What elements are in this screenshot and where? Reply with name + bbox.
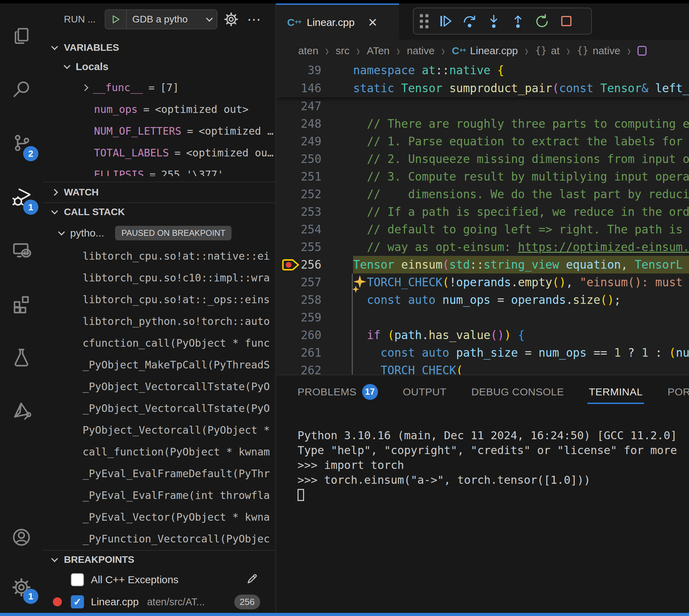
close-icon[interactable]: ✕ <box>368 16 378 29</box>
watch-section-header[interactable]: WATCH <box>43 182 275 202</box>
breakpoints-section-header[interactable]: BREAKPOINTS <box>43 551 275 569</box>
line-gutter[interactable]: 255 <box>276 238 353 256</box>
panel-tab-terminal[interactable]: TERMINAL <box>589 375 643 408</box>
line-gutter[interactable]: 257 <box>276 273 353 291</box>
activity-item-search[interactable] <box>0 63 43 117</box>
stack-frame[interactable]: _PyEval_EvalFrame(int throwfla <box>43 484 275 506</box>
line-gutter[interactable]: 249 <box>276 133 353 150</box>
breadcrumb-item[interactable]: {}native <box>577 45 621 57</box>
line-gutter[interactable]: 251 <box>276 168 353 185</box>
stack-frame[interactable]: cfunction_call(PyObject * func <box>43 332 275 354</box>
breakpoint-row[interactable]: ✓Linear.cppaten/src/AT...256 <box>43 591 275 613</box>
stack-frame[interactable]: _PyEval_EvalFrameDefault(PyThr <box>43 463 275 484</box>
code-line-255[interactable]: 255 // way as opt-einsum: https://optimi… <box>276 238 689 256</box>
variable-row[interactable]: TOTAL_LABELS=<optimized ou… <box>43 142 275 164</box>
variable-row[interactable]: ELLIPSIS=255 '\377' <box>43 164 275 176</box>
code-line-262[interactable]: 262 TORCH_CHECK( <box>276 362 689 375</box>
activity-item-accounts[interactable] <box>0 513 43 563</box>
pencil-icon[interactable] <box>246 572 259 588</box>
continue-icon[interactable] <box>435 10 456 32</box>
panel-tab-problems[interactable]: PROBLEMS17 <box>298 375 378 408</box>
line-gutter[interactable]: 262 <box>276 362 353 375</box>
line-gutter[interactable]: 250 <box>276 150 353 168</box>
line-gutter[interactable]: 252 <box>276 185 353 203</box>
checkbox-unchecked[interactable] <box>71 573 84 586</box>
code-line-257[interactable]: 257 TORCH_CHECK(!operands.empty(), "eins… <box>276 273 689 291</box>
call-stack-section-header[interactable]: CALL STACK <box>43 203 275 221</box>
code-line-258[interactable]: 258 const auto num_ops = operands.size()… <box>276 291 689 309</box>
code-line-259[interactable]: 259 <box>276 309 689 326</box>
launch-config-dropdown[interactable]: GDB a pytho <box>105 9 217 29</box>
code-line-253[interactable]: 253 // If a path is specified, we reduce… <box>276 203 689 221</box>
code-line-250[interactable]: 250 // 2. Unsqueeze missing dimensions f… <box>276 150 689 168</box>
checkbox-checked[interactable]: ✓ <box>71 595 84 608</box>
breadcrumb-item[interactable]: {}at <box>535 45 560 57</box>
restart-icon[interactable] <box>531 10 553 32</box>
gear-icon[interactable] <box>224 12 239 27</box>
variable-row[interactable]: NUM_OF_LETTERS=<optimized … <box>43 120 275 142</box>
tab-linear-cpp[interactable]: C++ Linear.cpp ✕ <box>276 3 399 40</box>
stack-frame[interactable]: _PyObject_MakeTpCall(PyThreadS <box>43 354 275 376</box>
variables-section-header[interactable]: VARIABLES <box>43 39 275 57</box>
stack-frame[interactable]: _PyFunction_Vectorcall(PyObjec <box>43 528 275 550</box>
copilot-sparkle-icon[interactable] <box>350 274 368 295</box>
locals-scope-row[interactable]: Locals <box>43 57 275 77</box>
breadcrumb-item[interactable]: aten <box>298 45 318 57</box>
activity-item-source-control[interactable]: 2 <box>0 117 43 170</box>
code-line-252[interactable]: 252 // dimensions. We do the last part b… <box>276 185 689 203</box>
line-gutter[interactable]: 260 <box>276 326 353 344</box>
activity-item-run-and-debug[interactable]: 1 <box>0 170 43 224</box>
panel-tab-output[interactable]: OUTPUT <box>403 375 446 408</box>
activity-item-testing[interactable] <box>0 331 43 384</box>
line-gutter[interactable]: 248 <box>276 115 353 133</box>
code-line-248[interactable]: 248 // There are roughly three parts to … <box>276 115 689 133</box>
line-gutter[interactable]: 259 <box>276 309 353 326</box>
line-gutter[interactable]: 261 <box>276 344 353 362</box>
code-line-254[interactable]: 254 // default to going left => right. T… <box>276 221 689 238</box>
breakpoint-row[interactable]: All C++ Exceptions <box>43 569 275 591</box>
code-line-39[interactable]: 39namespace at::native { <box>276 61 689 79</box>
stack-frame[interactable]: call_function(PyObject * kwnam <box>43 441 275 463</box>
terminal-output[interactable]: Python 3.10.16 (main, Dec 11 2024, 16:24… <box>276 408 689 613</box>
activity-item-remote-explorer[interactable] <box>0 224 43 277</box>
stack-frame[interactable]: _PyEval_Vector(PyObject * kwna <box>43 506 275 528</box>
stack-frame[interactable]: libtorch_cpu.so!at::_ops::eins <box>43 289 275 310</box>
activity-item-extensions[interactable] <box>0 277 43 331</box>
code-line-146[interactable]: 146static Tensor sumproduct_pair(const T… <box>276 79 689 97</box>
code-line-249[interactable]: 249 // 1. Parse equation to extract the … <box>276 133 689 150</box>
line-gutter[interactable]: 146 <box>276 79 353 97</box>
stop-icon[interactable] <box>556 10 577 32</box>
stack-frame[interactable]: libtorch_cpu.so!at::native::ei <box>43 245 275 267</box>
code-line-247[interactable]: 247 <box>276 97 689 115</box>
step-out-icon[interactable] <box>507 10 529 32</box>
line-gutter[interactable]: 253 <box>276 203 353 221</box>
more-actions-icon[interactable]: ⋯ <box>245 12 262 26</box>
drag-grip-icon[interactable] <box>420 14 428 28</box>
line-gutter[interactable]: 254 <box>276 221 353 238</box>
stack-frame[interactable]: _PyObject_VectorcallTstate(PyO <box>43 397 275 419</box>
line-gutter[interactable]: 256 <box>276 256 353 273</box>
code-line-256[interactable]: 256Tensor einsum(std::string_view equati… <box>276 256 689 273</box>
activity-item-extension-tools[interactable] <box>0 384 43 438</box>
panel-tab-debug-console[interactable]: DEBUG CONSOLE <box>471 375 564 408</box>
panel-tab-ports[interactable]: PORTS <box>668 375 689 408</box>
breadcrumb-item[interactable]: native <box>407 45 435 57</box>
code-line-260[interactable]: 260 if (path.has_value()) { <box>276 326 689 344</box>
start-debugging-icon[interactable] <box>105 10 127 29</box>
stack-frame[interactable]: _PyObject_VectorcallTstate(PyO <box>43 376 275 397</box>
line-gutter[interactable]: 39 <box>276 61 353 79</box>
line-gutter[interactable]: 247 <box>276 97 353 115</box>
stack-frame[interactable]: libtorch_cpu.so!c10::impl::wra <box>43 267 275 289</box>
breadcrumb-item[interactable] <box>638 46 646 56</box>
activity-item-settings[interactable]: 1 <box>0 563 43 613</box>
code-line-251[interactable]: 251 // 3. Compute result by multiplying … <box>276 168 689 185</box>
breakpoint-hit-icon[interactable] <box>281 256 301 273</box>
breadcrumb-item[interactable]: C++Linear.cpp <box>452 45 518 57</box>
activity-item-explorer[interactable] <box>0 10 43 63</box>
thread-row[interactable]: pytho... PAUSED ON BREAKPOINT <box>43 221 275 245</box>
breadcrumb-item[interactable]: src <box>336 45 349 57</box>
code-line-261[interactable]: 261 const auto path_size = num_ops == 1 … <box>276 344 689 362</box>
variable-row[interactable]: num_ops=<optimized out> <box>43 98 275 120</box>
line-gutter[interactable]: 258 <box>276 291 353 309</box>
stack-frame[interactable]: libtorch_python.so!torch::auto <box>43 310 275 332</box>
